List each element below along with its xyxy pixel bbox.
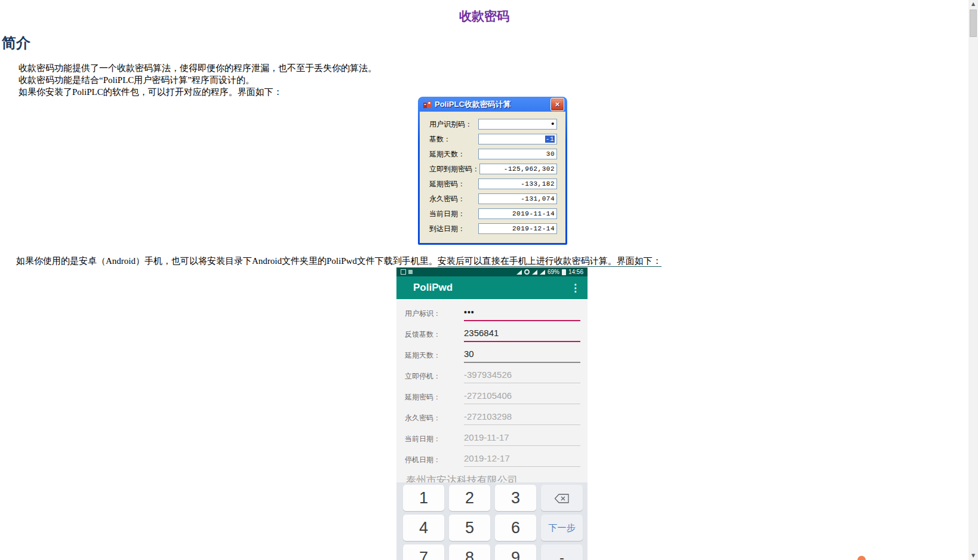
scroll-down-arrow[interactable]: ▼ [968,552,978,560]
dialog-title: PoliPLC收款密码计算 [435,99,550,110]
form-row: 用户标识： ••• [396,303,588,324]
close-button[interactable]: × [550,98,564,111]
dialog-row: 用户识别码： ● [429,119,557,130]
screenshot-icon [401,269,406,275]
dialog-row: 当前日期： 2019-11-14 [429,208,557,219]
key-7[interactable]: 7 [403,544,444,560]
minus-key[interactable]: - [541,544,583,560]
intro-line-1: 收款密码功能提供了一个收款密码算法，使得即便你的程序泄漏，也不至于丢失你的算法。 [19,62,377,74]
form-row: 当前日期： 2019-11-17 [396,428,588,449]
base-number-field[interactable]: -1 [478,134,557,144]
numeric-keyboard: 1 2 3 4 5 6 下一步 7 8 9 - [396,482,588,560]
scroll-up-arrow[interactable]: ▲ [968,0,978,8]
permanent-password-output[interactable]: -272103298 [464,409,580,425]
form-rows: 用户标识： ••• 反馈基数： 2356841 延期天数： 30 立即停机： -… [396,303,588,470]
dialog-row: 延期密码： -133,182 [429,179,557,189]
current-date-field[interactable]: 2019-11-14 [478,208,557,219]
backspace-icon [554,489,570,507]
field-label: 延期天数： [429,149,465,159]
dialog-body: 用户识别码： ● 基数： -1 延期天数： 30 立即到期密码： -125,96… [420,112,565,243]
intro-line-2: 收款密码功能是结合“PoliPLC用户密码计算”程序而设计的。 [19,74,377,86]
dialog-row: 立即到期密码： -125,962,302 [429,164,557,174]
form-row: 永久密码： -272103298 [396,407,588,428]
permanent-password-field[interactable]: -131,074 [478,193,557,204]
vertical-scrollbar[interactable]: ▲ ▼ [968,0,978,560]
key-4[interactable]: 4 [403,515,444,541]
form-row: 延期天数： 30 [396,344,588,365]
field-label: 用户识别码： [429,119,472,130]
field-label: 基数： [429,134,451,144]
app-bar: PoliPwd ⋮ [396,276,588,299]
key-6[interactable]: 6 [495,515,536,541]
app-title: PoliPwd [413,282,453,294]
sim-icon [408,270,413,274]
delay-days-field[interactable]: 30 [478,149,557,159]
signal-icon [532,270,537,275]
field-label: 延期天数： [405,350,441,360]
help-document-page: 收款密码 简介 收款密码功能提供了一个收款密码算法，使得即便你的程序泄漏，也不至… [0,0,978,560]
selected-text: -1 [545,136,555,143]
android-instructions: 如果你使用的是安卓（Android）手机，也可以将安装目录下Android文件夹… [16,256,662,267]
android-instructions-underlined: 安装后可以直接在手机上进行收款密码计算。界面如下： [438,256,662,267]
field-label: 到达日期： [429,224,465,234]
polipwd-phone-screenshot: 69% 14:56 PoliPwd ⋮ 用户标识： ••• 反馈基数： 2356… [396,267,588,560]
field-label: 停机日期： [405,454,441,464]
key-8[interactable]: 8 [449,544,490,560]
field-label: 当前日期： [405,433,441,444]
field-label: 永久密码： [405,413,441,423]
delay-password-output[interactable]: -272105406 [464,388,580,404]
android-instructions-normal: 如果你使用的是安卓（Android）手机，也可以将安装目录下Android文件夹… [16,256,438,266]
section-heading: 简介 [2,33,30,53]
partial-logo [857,556,866,560]
poliplc-app-icon [423,100,432,109]
wifi-icon [516,270,522,275]
field-label: 立即停机： [405,371,441,381]
delay-days-input[interactable]: 30 [464,346,580,363]
intro-line-3: 如果你安装了PoliPLC的软件包，可以打开对应的程序。界面如下： [19,86,377,98]
key-1[interactable]: 1 [403,485,444,511]
dialog-row: 延期天数： 30 [429,149,557,159]
key-5[interactable]: 5 [449,515,490,541]
delay-password-field[interactable]: -133,182 [478,179,557,189]
signal-icon [540,270,545,275]
field-label: 立即到期密码： [429,164,479,174]
status-bar: 69% 14:56 [396,267,588,276]
user-id-field[interactable]: ● [478,119,557,130]
form-row: 延期密码： -272105406 [396,386,588,407]
status-time: 14:56 [568,269,583,275]
field-label: 当前日期： [429,209,465,219]
stop-date-output[interactable]: 2019-12-17 [464,451,580,467]
page-title: 收款密码 [0,8,968,24]
field-label: 永久密码： [429,194,465,204]
dialog-row: 永久密码： -131,074 [429,193,557,204]
feedback-base-input[interactable]: 2356841 [464,325,580,342]
user-id-input[interactable]: ••• [464,304,580,321]
battery-percent: 69% [548,269,559,275]
scrollbar-thumb[interactable] [970,10,977,37]
field-label: 延期密码： [429,179,465,189]
key-9[interactable]: 9 [495,544,536,560]
dialog-row: 到达日期： 2019-12-14 [429,223,557,234]
battery-icon [562,269,566,275]
immediate-expire-password-field[interactable]: -125,962,302 [479,164,557,174]
field-label: 反馈基数： [405,329,441,339]
field-label: 延期密码： [405,392,441,402]
field-label: 用户标识： [405,308,441,318]
dialog-row: 基数： -1 [429,134,557,144]
form-row: 反馈基数： 2356841 [396,324,588,344]
next-key[interactable]: 下一步 [541,515,583,541]
poliplc-dialog: PoliPLC收款密码计算 × 用户识别码： ● 基数： -1 延期天数： 30… [418,97,567,245]
form-row: 停机日期： 2019-12-17 [396,449,588,470]
immediate-stop-output[interactable]: -397934526 [464,367,580,383]
key-3[interactable]: 3 [495,485,536,511]
current-date-output[interactable]: 2019-11-17 [464,430,580,446]
key-2[interactable]: 2 [449,485,490,511]
alarm-icon [524,269,530,275]
intro-paragraph: 收款密码功能提供了一个收款密码算法，使得即便你的程序泄漏，也不至于丢失你的算法。… [19,62,377,98]
form-row: 立即停机： -397934526 [396,365,588,386]
arrival-date-field[interactable]: 2019-12-14 [478,223,557,234]
password-dot: ● [551,121,555,127]
backspace-key[interactable] [541,485,583,511]
dialog-titlebar[interactable]: PoliPLC收款密码计算 × [420,97,565,112]
overflow-menu-icon[interactable]: ⋮ [570,282,580,294]
